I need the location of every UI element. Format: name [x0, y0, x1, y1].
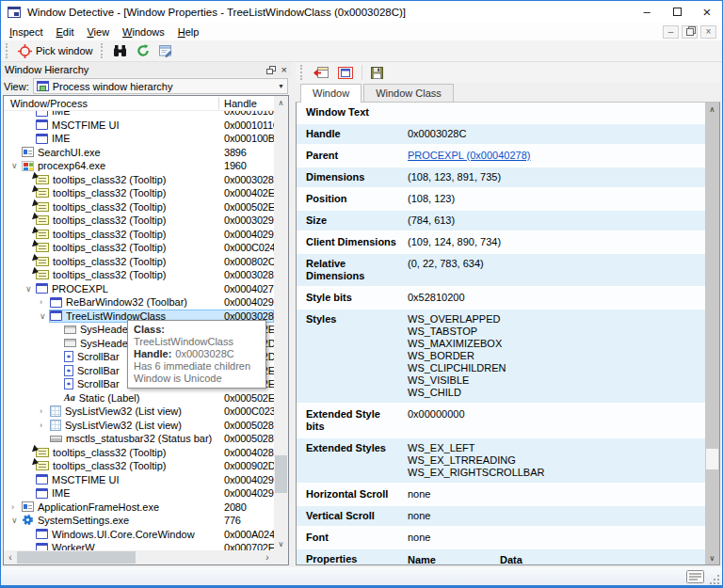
property-label: Window Text: [297, 103, 400, 122]
minimize-button[interactable]: –: [632, 1, 662, 23]
property-value: none: [400, 506, 705, 526]
tree-column-headers[interactable]: Window/Process Handle: [4, 96, 288, 111]
tree-row[interactable]: tooltips_class32 (Tooltip)0x000802CE: [4, 255, 274, 269]
header-icon: [64, 339, 76, 347]
property-row: Fontnone: [297, 528, 705, 549]
properties-toolbar-grip[interactable]: [300, 65, 305, 80]
collapse-chevron-icon[interactable]: ∨: [11, 516, 22, 525]
tree-row[interactable]: IME0x000100B4: [4, 132, 274, 146]
properties-toolbar: [296, 62, 722, 83]
scroll-up-icon[interactable]: ∧: [705, 103, 719, 116]
mdi-close-button[interactable]: ×: [700, 25, 716, 39]
tree-row[interactable]: AaStatic (Label)0x000502E2: [4, 391, 274, 405]
tree-row[interactable]: ∨PROCEXPL0x00040278: [4, 282, 274, 296]
mdi-minimize-button[interactable]: –: [663, 25, 679, 39]
collapse-chevron-icon[interactable]: ∨: [40, 311, 50, 321]
tree-row[interactable]: tooltips_class32 (Tooltip)0x00040296: [4, 228, 274, 242]
menu-item-edit[interactable]: Edit: [49, 24, 80, 40]
collapse-chevron-icon[interactable]: ∨: [11, 161, 22, 170]
gear-icon: [22, 514, 34, 528]
properties-vscroll-thumb[interactable]: [706, 449, 718, 469]
mdi-restore-button[interactable]: [682, 25, 698, 39]
tree-row[interactable]: ›SysListView32 (List view)0x000C023A: [4, 405, 274, 419]
highlight-window-button[interactable]: [333, 65, 358, 81]
message-log-button[interactable]: [686, 570, 704, 583]
tree-item-label: tooltips_class32 (Tooltip): [53, 256, 166, 267]
tree-row[interactable]: tooltips_class32 (Tooltip)0x0003028E: [4, 173, 274, 187]
tree-item-label: tooltips_class32 (Tooltip): [53, 174, 166, 185]
expand-chevron-icon[interactable]: ›: [40, 297, 50, 307]
pick-window-label: Pick window: [36, 45, 93, 56]
edit-properties-button[interactable]: [154, 43, 178, 59]
view-selector-row: View: Process window hierarchy ▼: [1, 77, 291, 95]
tree-row[interactable]: ›SysListView32 (List view)0x00050288: [4, 419, 274, 433]
expand-chevron-icon[interactable]: ›: [40, 406, 50, 416]
tree-item-label: ApplicationFrameHost.exe: [38, 501, 159, 513]
expand-chevron-icon[interactable]: ›: [40, 421, 50, 430]
parent-window-link[interactable]: PROCEXPL (0x00040278): [408, 150, 530, 161]
tree-row[interactable]: ›ApplicationFrameHost.exe2080: [4, 501, 274, 515]
float-panel-icon[interactable]: [266, 66, 276, 74]
tree-row[interactable]: tooltips_class32 (Tooltip)0x000902D8: [4, 459, 274, 473]
tree-row[interactable]: tooltips_class32 (Tooltip)0x000402EA: [4, 186, 274, 200]
collapse-chevron-icon[interactable]: ∨: [25, 284, 36, 294]
properties-name-header: Name: [408, 553, 500, 564]
save-button[interactable]: [366, 65, 388, 81]
toolbar-grip-2[interactable]: [101, 43, 105, 58]
tree-item-label: IME: [52, 133, 71, 144]
tree-row[interactable]: ∨SystemSettings.exe776: [4, 514, 274, 528]
property-row: Style bits0x52810200: [297, 288, 705, 310]
tree-row[interactable]: IME0x0001010C: [4, 111, 274, 119]
tree-row[interactable]: ∨procexp64.exe1960: [4, 159, 274, 173]
window-icon: [36, 488, 48, 499]
tree-item-handle: 0x00040298: [224, 487, 274, 499]
tab-window-class[interactable]: Window Class: [363, 84, 454, 102]
expand-chevron-icon[interactable]: ›: [11, 502, 22, 512]
menu-item-view[interactable]: View: [80, 24, 116, 40]
tree-hscroll-thumb[interactable]: [17, 551, 136, 564]
scroll-up-icon[interactable]: ∧: [274, 96, 288, 109]
refresh-button[interactable]: [132, 42, 154, 59]
scroll-down-icon[interactable]: ∨: [274, 537, 288, 550]
window-hierarchy-tree: Window/Process Handle IME0x0001010CMSCTF…: [3, 95, 289, 565]
tree-row[interactable]: Windows.UI.Core.CoreWindow0x000A024E: [4, 528, 274, 542]
menu-item-windows[interactable]: Windows: [116, 24, 171, 40]
tree-row[interactable]: msctls_statusbar32 (Status bar)0x0005028…: [4, 432, 274, 446]
tree-row[interactable]: tooltips_class32 (Tooltip)0x0003028A: [4, 268, 274, 282]
tooltip-icon: [36, 243, 49, 252]
tree-row[interactable]: tooltips_class32 (Tooltip)0x000502E0: [4, 200, 274, 215]
locate-in-tree-button[interactable]: [308, 65, 333, 81]
scroll-down-icon[interactable]: ∨: [705, 551, 719, 564]
tree-row[interactable]: IME0x00040298: [4, 486, 274, 501]
tree-item-label: tooltips_class32 (Tooltip): [53, 447, 166, 458]
tab-window[interactable]: Window: [300, 84, 362, 103]
close-panel-icon[interactable]: ×: [281, 65, 287, 74]
tree-row[interactable]: MSCTFIME UI0x0004029C: [4, 473, 274, 487]
tree-row[interactable]: tooltips_class32 (Tooltip)0x00030292: [4, 214, 274, 228]
tree-row[interactable]: WorkerW0x000702EE: [4, 541, 274, 550]
view-mode-combobox[interactable]: Process window hierarchy ▼: [33, 78, 288, 94]
tree-row[interactable]: tooltips_class32 (Tooltip)0x000C024A: [4, 241, 274, 255]
window-icon: [36, 529, 48, 539]
tree-row[interactable]: ›ReBarWindow32 (Toolbar)0x0004029E: [4, 295, 274, 310]
tree-row[interactable]: MSCTFIME UI0x0001011C: [4, 119, 274, 133]
properties-vertical-scrollbar[interactable]: ∧ ∨: [705, 103, 719, 564]
resize-grip[interactable]: [708, 573, 720, 585]
scroll-left-icon[interactable]: ‹: [4, 550, 17, 564]
toolbar-grip[interactable]: [6, 43, 10, 58]
scroll-right-icon[interactable]: ›: [261, 550, 274, 564]
menu-item-inspect[interactable]: Inspect: [3, 24, 49, 40]
pick-window-button[interactable]: Pick window: [13, 42, 98, 60]
tree-vertical-scrollbar[interactable]: ∧ ∨: [274, 96, 288, 550]
tree-vscroll-thumb[interactable]: [275, 455, 287, 493]
column-separator[interactable]: [218, 97, 219, 109]
tree-row[interactable]: tooltips_class32 (Tooltip)0x00040284: [4, 446, 274, 460]
maximize-button[interactable]: [662, 1, 692, 23]
close-button[interactable]: ×: [692, 1, 722, 23]
window-icon: [36, 283, 48, 294]
find-window-button[interactable]: [108, 43, 132, 59]
menu-item-help[interactable]: Help: [171, 24, 206, 40]
tree-row[interactable]: SearchUI.exe3896: [4, 146, 274, 160]
tree-horizontal-scrollbar[interactable]: ‹ ›: [4, 550, 274, 564]
property-value: 0x0003028C: [400, 124, 705, 144]
